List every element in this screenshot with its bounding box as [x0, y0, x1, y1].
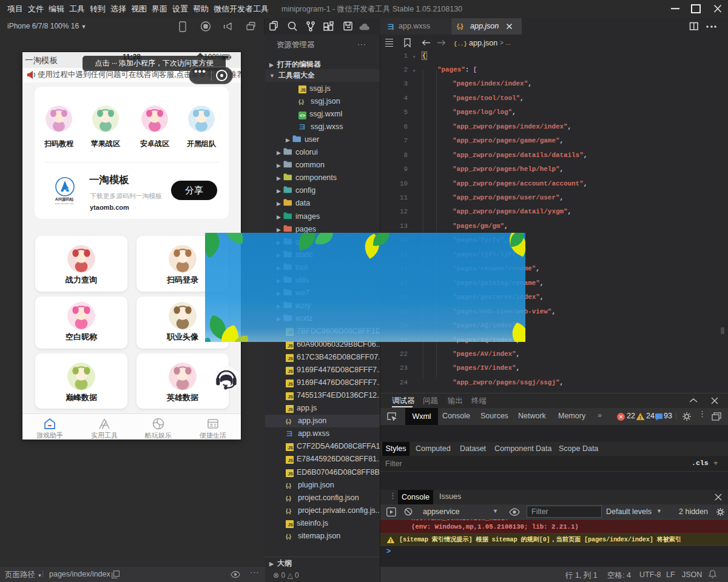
- svg-text:>: >: [500, 39, 504, 46]
- svg-text:!: !: [390, 538, 392, 544]
- svg-text:{..}: {..}: [454, 41, 467, 47]
- svg-text:app.json: app.json: [469, 39, 497, 47]
- svg-text:...: ...: [505, 39, 511, 46]
- svg-text:!: !: [639, 415, 641, 421]
